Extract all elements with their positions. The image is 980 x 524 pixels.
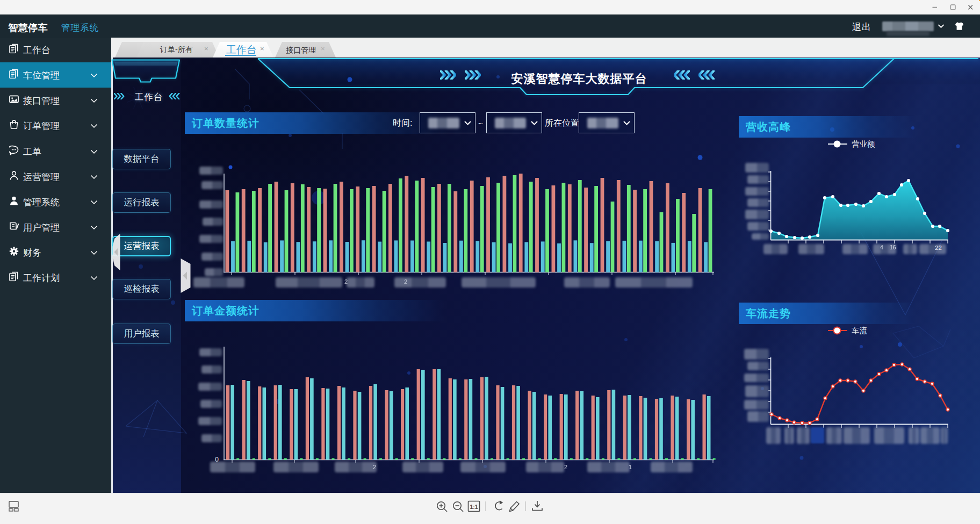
svg-text:16: 16 xyxy=(890,244,896,250)
svg-text:22: 22 xyxy=(935,245,942,251)
svg-text:4: 4 xyxy=(880,244,883,250)
svg-text:1: 1 xyxy=(629,464,632,470)
svg-text:2: 2 xyxy=(344,278,348,285)
svg-text:1:1: 1:1 xyxy=(470,504,478,510)
svg-text:2: 2 xyxy=(373,464,376,470)
svg-text:2: 2 xyxy=(564,464,567,470)
svg-text:2: 2 xyxy=(404,278,407,285)
